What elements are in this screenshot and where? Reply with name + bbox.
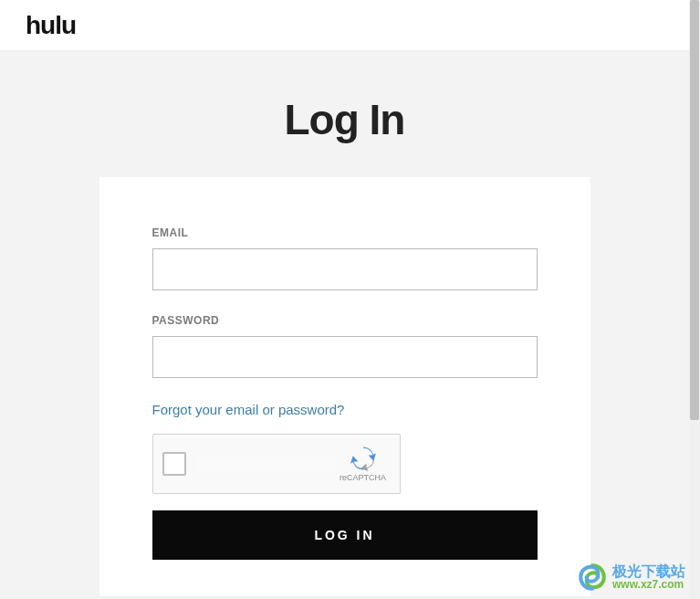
forgot-password-link[interactable]: Forgot your email or password? [152, 402, 345, 417]
recaptcha-branding: reCAPTCHA [336, 446, 391, 482]
scrollbar-thumb[interactable] [690, 0, 699, 420]
watermark-text: 极光下载站 www.xz7.com [612, 563, 685, 592]
recaptcha-text: reCAPTCHA [340, 473, 386, 482]
password-input[interactable] [152, 336, 538, 378]
watermark-swirl-icon [578, 562, 607, 592]
recaptcha-icon [350, 446, 377, 471]
hulu-logo: hulu [26, 11, 76, 40]
recaptcha-label-area [197, 455, 336, 473]
login-button[interactable]: LOG IN [152, 510, 538, 560]
page-title: Log In [285, 95, 405, 144]
scrollbar-track[interactable] [689, 0, 700, 599]
watermark-url-text: www.xz7.com [612, 579, 685, 591]
app-header: hulu [0, 0, 700, 51]
watermark-cn-text: 极光下载站 [612, 563, 685, 580]
login-card: EMAIL PASSWORD Forgot your email or pass… [99, 177, 590, 596]
watermark: 极光下载站 www.xz7.com [578, 562, 685, 592]
email-label: EMAIL [152, 226, 538, 239]
main-content: Log In EMAIL PASSWORD Forgot your email … [0, 51, 689, 596]
email-input[interactable] [152, 248, 538, 290]
password-label: PASSWORD [152, 314, 538, 327]
recaptcha-widget[interactable]: reCAPTCHA [152, 434, 401, 494]
recaptcha-checkbox[interactable] [162, 452, 186, 476]
